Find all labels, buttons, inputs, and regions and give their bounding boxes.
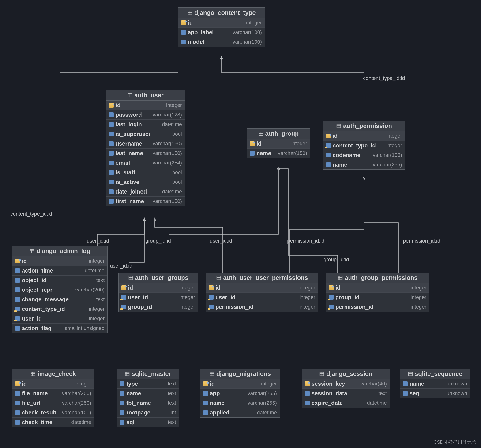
column-row[interactable]: content_type_idinteger — [323, 141, 405, 150]
table-django_migrations[interactable]: django_migrationsidintegerappvarchar(255… — [200, 369, 280, 418]
table-auth_user_user_permissions[interactable]: auth_user_user_permissionsidintegeruser_… — [206, 273, 318, 312]
column-row[interactable]: session_keyvarchar(40) — [302, 379, 390, 389]
column-type: text — [168, 390, 176, 396]
column-type: varchar(100) — [233, 29, 262, 35]
column-row[interactable]: codenamevarchar(100) — [323, 150, 405, 160]
table-django_session[interactable]: django_sessionsession_keyvarchar(40)sess… — [302, 369, 390, 408]
svg-rect-12 — [30, 249, 34, 253]
column-row[interactable]: object_idtext — [12, 276, 107, 285]
column-row[interactable]: idinteger — [106, 101, 185, 110]
column-icon — [15, 268, 20, 273]
column-row[interactable]: user_idinteger — [12, 314, 107, 324]
table-header[interactable]: sqlite_sequence — [400, 369, 470, 379]
table-header[interactable]: auth_group_permissions — [326, 273, 429, 283]
column-row[interactable]: emailvarchar(254) — [106, 158, 185, 168]
svg-rect-0 — [188, 11, 192, 15]
column-icon — [403, 391, 408, 396]
column-row[interactable]: check_timedatetime — [12, 418, 94, 427]
column-row[interactable]: modelvarchar(100) — [178, 37, 265, 47]
table-header[interactable]: auth_permission — [323, 121, 405, 131]
table-auth_group[interactable]: auth_groupidintegernamevarchar(150) — [247, 128, 310, 158]
column-row[interactable]: action_flagsmallint unsigned — [12, 324, 107, 333]
column-row[interactable]: user_idinteger — [206, 293, 318, 302]
column-row[interactable]: passwordvarchar(128) — [106, 110, 185, 120]
column-name: group_id — [335, 294, 360, 301]
table-sqlite_master[interactable]: sqlite_mastertypetextnametexttbl_nametex… — [117, 369, 179, 427]
table-auth_permission[interactable]: auth_permissionidintegercontent_type_idi… — [323, 121, 405, 170]
column-row[interactable]: is_activebool — [106, 177, 185, 187]
table-header[interactable]: django_session — [302, 369, 390, 379]
foreign-key-icon — [329, 305, 334, 309]
table-header[interactable]: django_admin_log — [12, 246, 107, 256]
column-row[interactable]: usernamevarchar(150) — [106, 139, 185, 149]
table-header[interactable]: sqlite_master — [117, 369, 179, 379]
column-row[interactable]: file_urlvarchar(250) — [12, 398, 94, 408]
table-django_content_type[interactable]: django_content_typeidintegerapp_labelvar… — [178, 7, 265, 47]
column-row[interactable]: group_idinteger — [326, 293, 429, 302]
column-row[interactable]: action_timedatetime — [12, 266, 107, 276]
column-row[interactable]: idinteger — [323, 131, 405, 141]
column-row[interactable]: permission_idinteger — [326, 302, 429, 312]
column-row[interactable]: nametext — [117, 389, 179, 398]
column-row[interactable]: idinteger — [326, 283, 429, 293]
table-title: sqlite_master — [132, 370, 171, 377]
column-row[interactable]: idinteger — [200, 379, 280, 389]
column-row[interactable]: sequnknown — [400, 389, 470, 398]
column-row[interactable]: is_superuserbool — [106, 129, 185, 139]
column-icon — [109, 189, 114, 194]
column-row[interactable]: nameunknown — [400, 379, 470, 389]
table-header[interactable]: django_migrations — [200, 369, 280, 379]
table-header[interactable]: image_check — [12, 369, 94, 379]
table-image_check[interactable]: image_checkidintegerfile_namevarchar(200… — [12, 369, 94, 427]
column-row[interactable]: app_labelvarchar(100) — [178, 28, 265, 37]
column-name: seq — [410, 390, 419, 397]
table-header[interactable]: auth_group — [247, 129, 310, 139]
column-row[interactable]: namevarchar(255) — [200, 398, 280, 408]
column-row[interactable]: namevarchar(255) — [323, 160, 405, 169]
column-row[interactable]: sqltext — [117, 418, 179, 427]
column-row[interactable]: user_idinteger — [119, 293, 198, 302]
table-auth_group_permissions[interactable]: auth_group_permissionsidintegergroup_idi… — [326, 273, 429, 312]
table-header[interactable]: auth_user_user_permissions — [206, 273, 318, 283]
column-row[interactable]: applieddatetime — [200, 408, 280, 417]
column-row[interactable]: idinteger — [12, 256, 107, 266]
table-auth_user[interactable]: auth_useridintegerpasswordvarchar(128)la… — [106, 90, 185, 206]
column-row[interactable]: session_datatext — [302, 389, 390, 398]
column-row[interactable]: object_reprvarchar(200) — [12, 285, 107, 295]
column-icon — [109, 112, 114, 117]
table-icon — [216, 275, 221, 280]
table-auth_user_groups[interactable]: auth_user_groupsidintegeruser_idintegerg… — [118, 273, 198, 312]
column-row[interactable]: idinteger — [12, 379, 94, 389]
table-django_admin_log[interactable]: django_admin_logidintegeraction_timedate… — [12, 246, 108, 333]
table-header[interactable]: auth_user_groups — [119, 273, 198, 283]
table-icon — [336, 123, 341, 129]
column-row[interactable]: content_type_idinteger — [12, 304, 107, 314]
column-row[interactable]: tbl_nametext — [117, 398, 179, 408]
column-row[interactable]: first_namevarchar(150) — [106, 197, 185, 206]
table-title: django_migrations — [216, 370, 271, 377]
column-row[interactable]: appvarchar(255) — [200, 389, 280, 398]
column-name: check_result — [22, 409, 56, 416]
column-row[interactable]: namevarchar(150) — [247, 149, 310, 158]
column-row[interactable]: idinteger — [178, 18, 265, 28]
column-row[interactable]: typetext — [117, 379, 179, 389]
column-row[interactable]: group_idinteger — [119, 302, 198, 312]
column-name: object_repr — [22, 287, 53, 293]
column-row[interactable]: rootpageint — [117, 408, 179, 418]
column-row[interactable]: permission_idinteger — [206, 302, 318, 312]
table-sqlite_sequence[interactable]: sqlite_sequencenameunknownsequnknown — [400, 369, 470, 398]
column-row[interactable]: date_joineddatetime — [106, 187, 185, 197]
table-header[interactable]: auth_user — [106, 90, 185, 101]
column-row[interactable]: idinteger — [119, 283, 198, 293]
column-row[interactable]: check_resultvarchar(100) — [12, 408, 94, 418]
column-row[interactable]: change_messagetext — [12, 295, 107, 304]
table-icon — [258, 131, 263, 136]
column-row[interactable]: last_logindatetime — [106, 120, 185, 129]
column-row[interactable]: file_namevarchar(200) — [12, 389, 94, 398]
column-row[interactable]: idinteger — [206, 283, 318, 293]
column-row[interactable]: is_staffbool — [106, 168, 185, 177]
column-row[interactable]: idinteger — [247, 139, 310, 149]
column-row[interactable]: last_namevarchar(150) — [106, 149, 185, 158]
table-header[interactable]: django_content_type — [178, 8, 265, 18]
column-row[interactable]: expire_datedatetime — [302, 398, 390, 408]
